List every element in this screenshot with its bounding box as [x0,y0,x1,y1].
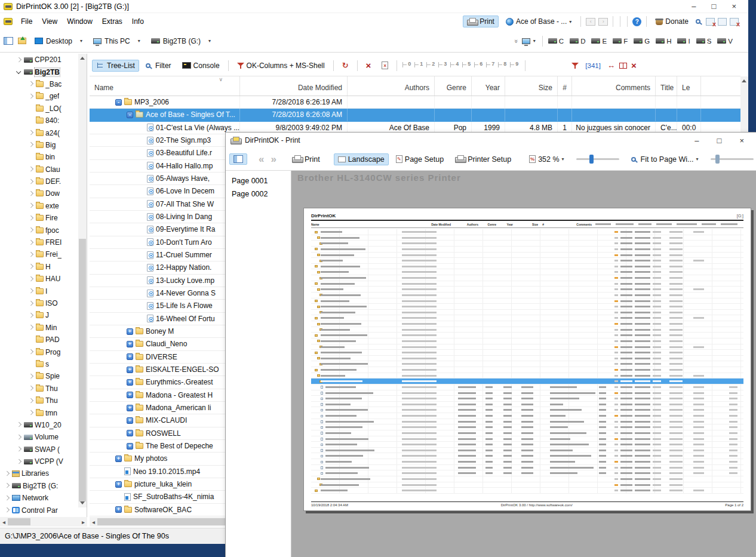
close-window-icon[interactable]: x [730,18,739,26]
tree-item-prog[interactable]: Prog [0,346,87,358]
filter-count-icon[interactable] [571,62,579,69]
maximize-button[interactable]: □ [712,2,717,11]
expand-depth-1-button[interactable]: 1 [413,61,423,70]
chevron-right-icon[interactable] [4,482,10,489]
tree-item-pad[interactable]: PAD [0,334,87,346]
fit-mode-dropdown[interactable]: Fit to Page Wi...▾ [627,153,703,165]
breadcrumb-desktop[interactable]: Desktop▾ [31,35,86,47]
drive-button-i[interactable]: I [675,36,692,46]
chevron-right-icon[interactable] [27,227,34,233]
tree-item-a24-[interactable]: a24( [0,127,87,139]
tree-item-big2tb[interactable]: Big2TB [0,66,87,78]
column-header-comments[interactable]: Comments [572,76,656,96]
column-header-le[interactable]: Le [677,76,701,96]
tree-item-thu[interactable]: Thu [0,395,87,407]
chevron-right-icon[interactable] [27,251,34,258]
chevron-right-icon[interactable] [27,276,34,282]
chevron-right-icon[interactable] [16,421,22,428]
column-header-title[interactable]: Title [656,76,677,96]
chevron-right-icon[interactable] [27,410,34,416]
this-pc-icon[interactable] [522,38,530,44]
chevron-right-icon[interactable] [27,312,34,319]
tree-item-iso[interactable]: ISO [0,297,87,309]
drive-button-g[interactable]: G [631,36,652,46]
profile-dropdown[interactable]: Ace of Base - ...▾ [502,16,576,27]
toggle-page-list-button[interactable] [229,153,247,165]
column-header-authors[interactable]: Authors [348,76,435,96]
more-chevron-icon[interactable]: » [513,39,520,42]
tree-horizontal-scrollbar[interactable]: ◂▸ [0,517,87,527]
column-header-year[interactable]: Year [472,76,505,96]
chevron-right-icon[interactable] [27,130,34,136]
drive-button-e[interactable]: E [589,36,609,46]
tree-item--gef[interactable]: _gef [0,90,87,102]
tree-vertical-scrollbar[interactable] [78,54,87,507]
expand-icon[interactable]: + [115,481,122,488]
chevron-right-icon[interactable] [16,458,22,465]
expand-depth-2-button[interactable]: 2 [425,61,435,70]
expand-depth-3-button[interactable]: 3 [437,61,447,70]
page-setup-button[interactable]: ✎ Page Setup [392,153,448,165]
expand-depth-9-button[interactable]: 9 [509,61,519,70]
minimize-button[interactable]: – [692,2,696,11]
landscape-button[interactable]: Landscape [334,153,389,165]
breadcrumb-big2tb-g-[interactable]: Big2TB (G:)▾ [147,35,214,47]
expand-icon[interactable]: + [127,341,133,347]
clear-button[interactable]: × [362,60,376,71]
close-button[interactable]: × [732,2,736,11]
chevron-right-icon[interactable] [27,288,34,294]
chevron-right-icon[interactable] [27,398,34,404]
autosize-columns-icon[interactable]: ↔ [607,61,615,70]
chevron-right-icon[interactable] [27,300,34,307]
chevron-right-icon[interactable] [27,263,34,270]
tree-item-s[interactable]: s [0,358,87,370]
chevron-right-icon[interactable] [27,81,34,87]
print-close-button[interactable]: × [739,136,744,145]
tree-item-vcpp-v[interactable]: VCPP (V [0,456,87,467]
prev-page-button[interactable]: « [257,153,266,165]
drive-button-f[interactable]: F [610,36,630,46]
tree-list-button[interactable]: Tree-List [92,60,139,72]
ok-columns-button[interactable]: OK-Columns + MS-Shell [233,60,329,72]
expand-icon[interactable]: + [127,367,133,373]
tree-item-fire[interactable]: Fire [0,212,87,224]
chevron-down-icon[interactable] [16,69,22,75]
table-row[interactable]: -Ace of Base - Singles Of T...7/28/2018 … [90,109,740,121]
expand-depth-5-button[interactable]: 5 [461,61,471,70]
chevron-right-icon[interactable] [27,239,34,246]
expand-icon[interactable]: + [127,443,133,450]
filter-button[interactable]: Filter [142,60,176,72]
chevron-right-icon[interactable] [27,373,34,380]
tree-item-j[interactable]: J [0,309,87,321]
table-row[interactable]: -MP3_20067/28/2018 6:26:19 AM [90,96,740,109]
menu-extras[interactable]: Extras [97,16,127,27]
expand-depth-0-button[interactable]: 0 [401,61,411,70]
expand-icon[interactable]: + [115,506,122,513]
drive-button-h[interactable]: H [653,36,674,46]
chevron-right-icon[interactable] [16,446,22,453]
column-header--[interactable]: # [558,76,572,96]
tree-item-def-[interactable]: DEF. [0,176,87,187]
zoom-slider[interactable] [576,158,619,160]
next-favorite-button[interactable]: › [598,18,608,26]
chevron-right-icon[interactable] [4,470,10,477]
drive-button-d[interactable]: D [567,36,588,46]
columns-icon[interactable] [619,63,627,69]
tree-item-i[interactable]: I [0,285,87,297]
expand-depth-4-button[interactable]: 4 [449,61,459,70]
chevron-right-icon[interactable] [27,324,34,331]
print-button[interactable]: Print [288,153,324,165]
print-minimize-button[interactable]: – [694,136,699,145]
tree-item-control-par[interactable]: Control Par [0,504,87,516]
pc-dropdown-caret[interactable]: ▾ [533,38,536,44]
expand-icon[interactable]: + [127,353,133,360]
tree-item-exte[interactable]: exte [0,200,87,212]
tree-item-dow[interactable]: Dow [0,187,87,199]
column-header-name[interactable]: Name∨ [90,76,240,96]
tree-item-frei-[interactable]: Frei_ [0,248,87,260]
fit-slider[interactable] [711,158,754,160]
menu-info[interactable]: Info [127,16,149,27]
drive-button-s[interactable]: S [694,36,714,46]
zoom-percent-dropdown[interactable]: % 352 %▾ [525,153,568,165]
drive-button-v[interactable]: V [715,36,735,46]
